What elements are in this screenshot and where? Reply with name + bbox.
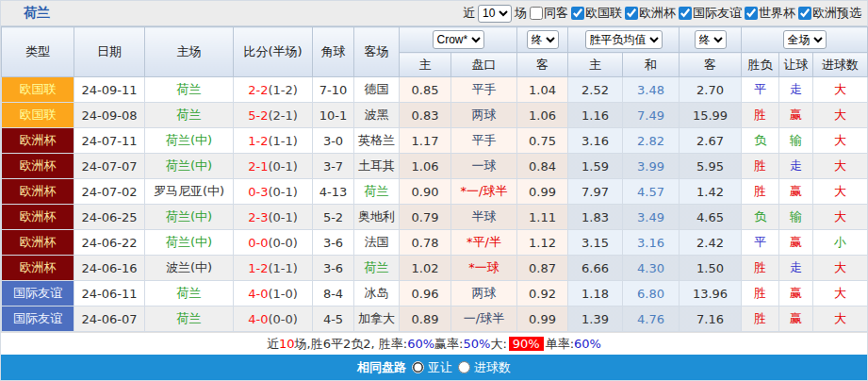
summary-segment: 90% [509, 337, 544, 351]
filter-checkbox[interactable] [625, 7, 638, 20]
trend-radio-label: 进球数 [474, 359, 511, 376]
halftime-score: (1-1) [268, 261, 297, 275]
match-history-panel: 荷兰 近 10 场 同客 欧国联 欧洲杯 [0, 0, 868, 381]
avg-lose-odds: 5.95 [680, 154, 742, 179]
filter-checkbox-option[interactable]: 同客 [530, 5, 568, 22]
avg-draw-odds: 6.80 [623, 281, 680, 306]
filter-controls: 近 10 场 同客 欧国联 欧洲杯 [463, 5, 861, 23]
match-score: 5-2(2-1) [234, 103, 313, 128]
result-wdl: 胜 [742, 179, 779, 205]
col-header-score: 比分(半场) [234, 27, 313, 77]
fulltime-score: 4-0 [248, 312, 268, 326]
crow-away-odds: 0.84 [517, 154, 568, 179]
filter-checkbox-option[interactable]: 世界杯 [745, 5, 795, 22]
avg-draw-odds: 3.49 [623, 205, 680, 230]
fulltime-score: 1-2 [248, 261, 268, 275]
summary-segment: 60% [574, 337, 601, 351]
halftime-score: (0-0) [268, 236, 297, 250]
avg-draw-odds: 2.82 [623, 128, 680, 154]
result-wdl: 胜 [742, 256, 779, 281]
result-handicap: 走 [779, 154, 813, 179]
filter-checkbox-option[interactable]: 欧洲杯 [625, 5, 676, 22]
avg-draw-odds: 4.76 [623, 306, 680, 332]
filter-checkbox-option[interactable]: 国际友谊 [679, 5, 742, 22]
summary-segment: 50% [463, 337, 490, 351]
filter-checkbox-label: 同客 [544, 5, 568, 22]
result-goals: 大 [813, 256, 868, 281]
match-date: 24-07-02 [74, 179, 145, 205]
filter-checkbox-label: 欧国联 [585, 5, 622, 22]
match-score: 4-0(1-0) [234, 281, 313, 306]
avg-lose-odds: 7.16 [680, 306, 742, 332]
avg-win-odds: 1.59 [568, 154, 623, 179]
crow-away-odds: 1.04 [517, 77, 568, 103]
result-goals: 大 [813, 154, 868, 179]
match-date: 24-06-11 [74, 281, 145, 306]
match-row: 国际友谊 24-06-07 荷兰 4-0(0-0) 4-5 加拿大 0.89 一… [2, 306, 868, 332]
fulltime-score: 2-2 [248, 83, 268, 97]
handicap-line: *平/半 [451, 230, 517, 256]
col-header-home: 主场 [145, 27, 234, 77]
avg-draw-odds: 3.16 [623, 230, 680, 256]
fulltime-score: 4-0 [248, 287, 268, 301]
home-team: 波兰(中) [145, 256, 234, 281]
crow-home-odds: 1.17 [400, 128, 451, 154]
odds-time-select-2[interactable]: 终 [695, 30, 727, 49]
match-row: 欧洲杯 24-07-11 荷兰(中) 1-2(1-1) 3-0 英格兰 1.17… [2, 128, 868, 154]
result-handicap: 输 [779, 205, 813, 230]
fulltime-score: 2-1 [248, 159, 268, 174]
filter-checkbox-label: 国际友谊 [693, 5, 742, 22]
match-date: 24-06-07 [74, 306, 145, 332]
summary-segment: 大: [490, 336, 506, 353]
halftime-score: (0-1) [268, 210, 297, 224]
crow-home-odds: 0.78 [400, 230, 451, 256]
result-handicap: 赢 [779, 306, 813, 332]
crow-away-odds: 1.12 [517, 230, 568, 256]
avg-lose-odds: 2.67 [680, 128, 742, 154]
crow-away-odds: 1.06 [517, 103, 568, 128]
crow-away-odds: 0.99 [517, 179, 568, 205]
trend-radio-option[interactable]: 进球数 [458, 359, 511, 376]
avg-odds-source-select[interactable]: 胜平负均值 [585, 30, 663, 49]
away-team: 荷兰 [354, 179, 400, 205]
trend-radio[interactable] [412, 361, 424, 373]
halftime-score: (1-1) [268, 134, 297, 148]
match-score: 0-3(0-1) [234, 179, 313, 205]
crow-home-odds: 0.85 [400, 77, 451, 103]
same-trend-label: 相同盘路 [357, 359, 406, 376]
scope-select[interactable]: 全场 [783, 30, 827, 49]
match-date: 24-09-11 [74, 77, 145, 103]
filter-checkbox[interactable] [571, 7, 584, 20]
recent-count-select[interactable]: 10 [478, 5, 512, 23]
home-team: 荷兰(中) [145, 128, 234, 154]
sub-header-avg-win: 主 [568, 53, 623, 77]
filter-checkbox-option[interactable]: 欧洲预选 [798, 5, 861, 22]
result-handicap: 输 [779, 128, 813, 154]
crow-away-odds: 0.92 [517, 281, 568, 306]
filter-checkbox-option[interactable]: 欧国联 [571, 5, 622, 22]
filter-checkbox[interactable] [745, 7, 758, 20]
avg-lose-odds: 15.99 [680, 103, 742, 128]
col-header-away: 客场 [354, 27, 400, 77]
avg-win-odds: 3.15 [568, 230, 623, 256]
handicap-line: *一/球半 [451, 179, 517, 205]
col-header-corners: 角球 [313, 27, 354, 77]
match-rows: 欧国联 24-09-11 荷兰 2-2(1-2) 7-10 德国 0.85 平手… [2, 77, 868, 332]
filter-checkbox[interactable] [798, 7, 811, 20]
odds-source-select[interactable]: Crow* [433, 30, 484, 49]
match-date: 24-06-16 [74, 256, 145, 281]
avg-win-odds: 7.97 [568, 179, 623, 205]
sub-header-result: 胜负 [742, 53, 779, 77]
odds-time-select-1[interactable]: 终 [527, 30, 559, 49]
match-score: 1-2(1-1) [234, 128, 313, 154]
trend-radio-option[interactable]: 亚让 [412, 359, 452, 376]
home-team: 荷兰 [145, 103, 234, 128]
summary-segment: 场,胜6平2负2, 胜率: [295, 336, 408, 353]
trend-radio[interactable] [458, 361, 470, 373]
crow-home-odds: 0.96 [400, 281, 451, 306]
sub-header-crow-away: 客 [517, 53, 568, 77]
crow-home-odds: 0.83 [400, 103, 451, 128]
filter-checkbox[interactable] [530, 7, 543, 20]
halftime-score: (1-2) [268, 83, 297, 97]
filter-checkbox[interactable] [679, 7, 692, 20]
